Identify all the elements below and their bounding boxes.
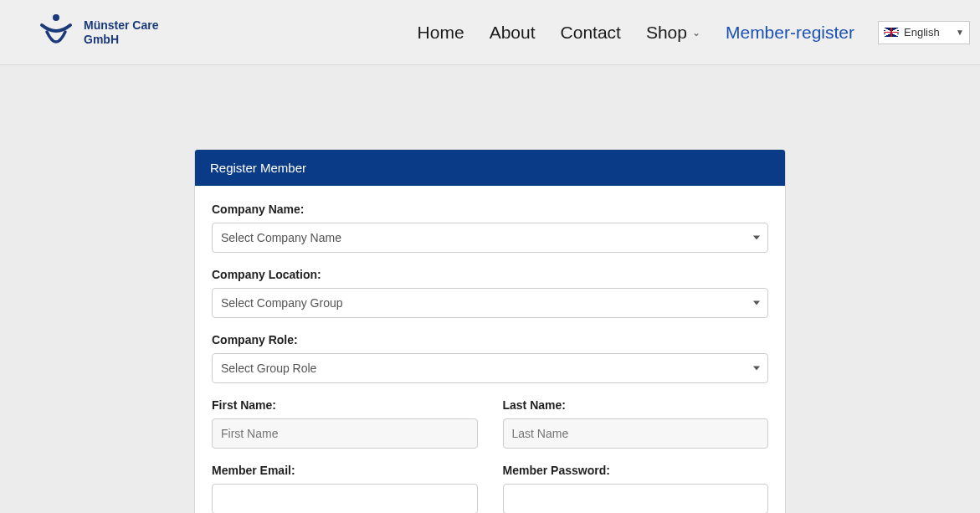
company-location-label: Company Location: — [212, 268, 768, 281]
card-title: Register Member — [195, 150, 785, 186]
company-location-select[interactable]: Select Company Group — [212, 288, 768, 318]
member-password-label: Member Password: — [503, 464, 769, 477]
first-name-input[interactable] — [212, 418, 478, 449]
company-name-select[interactable]: Select Company Name — [212, 223, 768, 253]
nav-member-register[interactable]: Member-register — [726, 23, 854, 43]
member-password-input[interactable] — [503, 484, 769, 513]
last-name-input[interactable] — [503, 418, 769, 449]
company-role-select[interactable]: Select Group Role — [212, 353, 768, 383]
logo-icon — [33, 10, 79, 55]
last-name-label: Last Name: — [503, 398, 769, 412]
register-card: Register Member Company Name: Select Com… — [194, 149, 786, 513]
language-selector[interactable]: English ▼ — [878, 21, 970, 44]
register-form: Company Name: Select Company Name Compan… — [195, 186, 785, 513]
brand-logo[interactable]: Münster Care GmbH — [33, 10, 158, 55]
svg-point-0 — [53, 14, 59, 21]
member-email-input[interactable] — [212, 484, 478, 513]
first-name-label: First Name: — [212, 398, 478, 412]
company-role-label: Company Role: — [212, 333, 768, 346]
caret-down-icon: ▼ — [956, 28, 964, 37]
site-header: Münster Care GmbH Home About Contact Sho… — [0, 0, 980, 65]
language-label: English — [904, 26, 940, 38]
company-name-label: Company Name: — [212, 203, 768, 216]
nav-shop[interactable]: Shop ⌄ — [646, 23, 700, 43]
main-nav: Home About Contact Shop ⌄ Member-registe… — [418, 23, 854, 43]
nav-home[interactable]: Home — [418, 23, 464, 43]
uk-flag-icon — [884, 28, 899, 37]
member-email-label: Member Email: — [212, 464, 478, 477]
nav-contact[interactable]: Contact — [561, 23, 621, 43]
nav-about[interactable]: About — [490, 23, 536, 43]
brand-name: Münster Care GmbH — [84, 18, 158, 47]
chevron-down-icon: ⌄ — [692, 27, 700, 38]
